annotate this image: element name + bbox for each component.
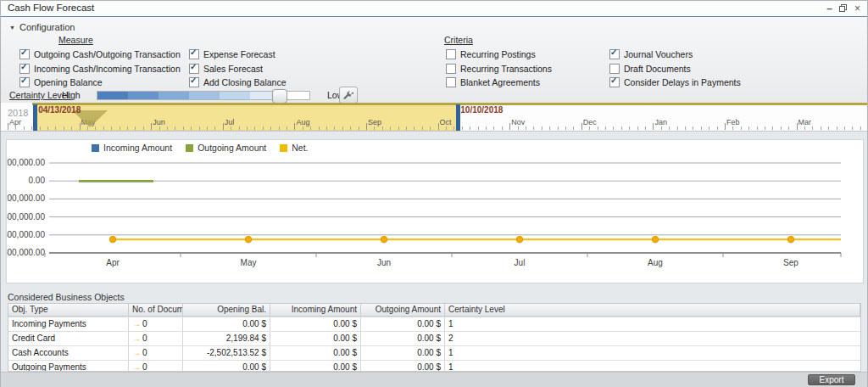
timeline[interactable]: 04/13/2018 10/10/2018 2018 AprMayJunJulA… <box>1 103 867 132</box>
checkbox-label: Blanket Agreements <box>460 77 540 87</box>
checkbox[interactable] <box>446 77 456 87</box>
cell-incoming-amount: 0.00 $ <box>270 332 361 345</box>
timeline-minor-tick <box>493 126 494 130</box>
checkbox[interactable]: ✓ <box>189 49 199 59</box>
timeline-minor-tick <box>319 126 320 130</box>
svg-text:Jul: Jul <box>515 258 526 267</box>
legend-swatch-icon <box>280 144 287 152</box>
svg-text:-200,000.00: -200,000.00 <box>7 194 45 203</box>
timeline-start-handle[interactable] <box>33 104 37 131</box>
timeline-minor-tick <box>359 126 359 130</box>
table-header-row: Obj. TypeNo. of DocumentOpening Bal.Inco… <box>8 304 860 317</box>
check-icon: ✓ <box>610 48 617 57</box>
check-icon: ✓ <box>190 62 197 71</box>
checkbox[interactable]: ✓ <box>19 49 30 59</box>
timeline-month-label: Feb <box>726 118 740 126</box>
timeline-month-tick <box>294 123 295 130</box>
timeline-minor-tick <box>422 126 423 130</box>
checkbox[interactable]: ✓ <box>19 77 30 87</box>
timeline-minor-tick <box>287 126 287 130</box>
check-icon: ✓ <box>20 76 27 85</box>
measure-checkbox-column-1: ✓Outgoing Cash/Outgoing Transaction✓Inco… <box>19 48 181 90</box>
timeline-minor-tick <box>741 126 742 130</box>
timeline-minor-tick <box>47 126 48 130</box>
check-icon: ✓ <box>20 62 27 71</box>
timeline-minor-tick <box>732 126 733 130</box>
link-arrow-icon[interactable]: → <box>132 334 141 343</box>
chart-panel: Incoming AmountOutgoing AmountNet. 200,0… <box>6 139 864 283</box>
timeline-minor-tick <box>717 126 718 130</box>
measure-checkbox-column-2: ✓Expense Forecast✓Sales Forecast✓Add Clo… <box>189 48 286 90</box>
configuration-collapse-toggle[interactable]: ▼ Configuration <box>9 22 75 32</box>
timeline-month-tick <box>151 123 152 130</box>
timeline-minor-tick <box>270 126 271 130</box>
checkbox[interactable] <box>446 49 456 59</box>
timeline-month-label: Jan <box>654 118 667 126</box>
timeline-minor-tick <box>247 126 248 130</box>
close-icon[interactable]: × <box>854 3 860 14</box>
checkbox[interactable]: ✓ <box>189 64 199 74</box>
timeline-minor-tick <box>406 126 407 130</box>
timeline-minor-tick <box>828 126 829 130</box>
criteria-checkbox-column-1: Recurring PostingsRecurring Transactions… <box>446 48 552 90</box>
timeline-month-tick <box>8 123 8 130</box>
checkbox[interactable]: ✓ <box>19 64 30 74</box>
timeline-minor-tick <box>549 126 550 130</box>
checkbox[interactable]: ✓ <box>609 49 620 59</box>
timeline-minor-tick <box>199 126 200 130</box>
timeline-minor-tick <box>135 126 136 130</box>
timeline-minor-tick <box>24 126 25 130</box>
svg-text:-400,000.00: -400,000.00 <box>7 212 45 222</box>
checkbox[interactable]: ✓ <box>189 77 199 87</box>
column-header-opening-bal: Opening Bal. <box>183 304 270 316</box>
certainty-settings-button[interactable] <box>339 87 358 104</box>
cell-obj-type: Credit Card <box>8 332 129 345</box>
certainty-slider[interactable] <box>97 91 310 100</box>
cell-obj-type: Cash Accounts <box>8 346 129 360</box>
timeline-minor-tick <box>526 126 526 130</box>
timeline-minor-tick <box>821 126 821 130</box>
timeline-month-tick <box>581 123 582 130</box>
timeline-minor-tick <box>55 126 56 130</box>
timeline-start-date: 04/13/2018 <box>38 105 81 115</box>
timeline-minor-tick <box>214 126 215 130</box>
certainty-slider-handle[interactable] <box>272 89 287 104</box>
checkbox-row: Blanket Agreements <box>446 76 552 90</box>
cell-no-of-document: →0 <box>129 317 183 331</box>
timeline-month-label: Dec <box>583 118 597 126</box>
link-arrow-icon[interactable]: → <box>132 362 141 372</box>
checkbox-label: Expense Forecast <box>203 49 275 59</box>
export-button[interactable]: Export <box>808 374 855 385</box>
checkbox[interactable] <box>446 64 456 74</box>
checkbox[interactable] <box>609 64 620 74</box>
checkbox-label: Recurring Transactions <box>460 64 552 74</box>
timeline-minor-tick <box>470 126 470 130</box>
checkbox[interactable]: ✓ <box>609 77 620 87</box>
link-arrow-icon[interactable]: → <box>132 319 141 328</box>
timeline-minor-tick <box>502 126 503 130</box>
table-row: Outgoing Payments→00.00 $0.00 $0.00 $1 <box>8 360 860 372</box>
timeline-end-date: 10/10/2018 <box>460 105 503 115</box>
table-title: Considered Business Objects <box>8 292 125 302</box>
restore-icon[interactable] <box>839 3 847 14</box>
timeline-minor-tick <box>120 126 120 130</box>
timeline-month-tick <box>223 123 224 130</box>
minimize-icon[interactable]: – <box>826 3 832 14</box>
criteria-link[interactable]: Criteria <box>444 35 473 45</box>
timeline-minor-tick <box>645 126 646 130</box>
legend-swatch-icon <box>186 144 193 152</box>
cell-opening-bal: 2,199.84 $ <box>183 332 270 345</box>
cash-flow-chart: 200,000.000.00-200,000.00-400,000.00-600… <box>7 140 861 281</box>
timeline-minor-tick <box>127 126 128 130</box>
check-icon: ✓ <box>610 76 617 85</box>
cell-value: 0 <box>142 362 147 372</box>
timeline-minor-tick <box>701 126 702 130</box>
timeline-minor-tick <box>430 126 431 130</box>
measure-link[interactable]: Measure <box>58 35 93 45</box>
timeline-minor-tick <box>239 126 240 130</box>
timeline-minor-tick <box>167 126 168 130</box>
timeline-minor-tick <box>310 126 311 130</box>
timeline-minor-tick <box>303 126 303 130</box>
link-arrow-icon[interactable]: → <box>132 348 141 357</box>
column-header-obj-type: Obj. Type <box>8 304 129 316</box>
